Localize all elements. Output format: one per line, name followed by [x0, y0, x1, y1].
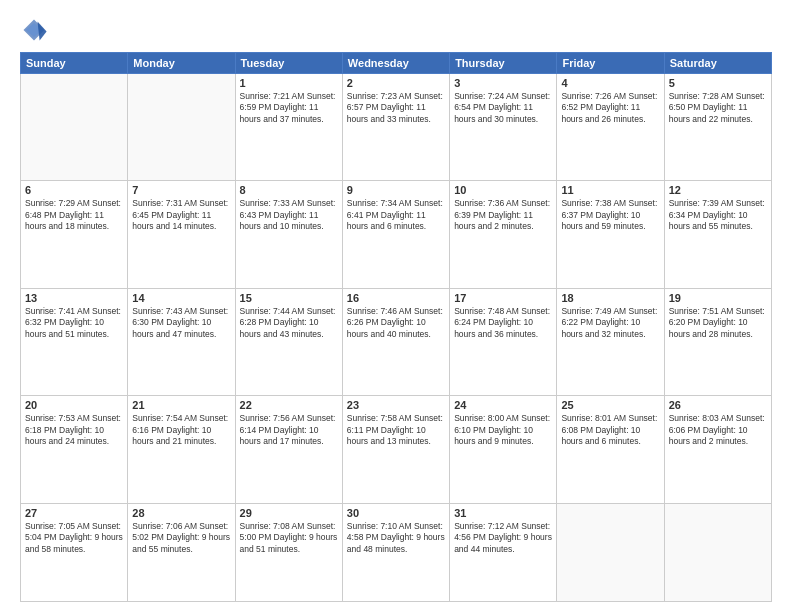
day-cell: 18Sunrise: 7:49 AM Sunset: 6:22 PM Dayli… — [557, 288, 664, 395]
day-cell: 19Sunrise: 7:51 AM Sunset: 6:20 PM Dayli… — [664, 288, 771, 395]
day-info: Sunrise: 7:06 AM Sunset: 5:02 PM Dayligh… — [132, 521, 230, 555]
day-cell: 23Sunrise: 7:58 AM Sunset: 6:11 PM Dayli… — [342, 396, 449, 503]
day-number: 18 — [561, 292, 659, 304]
weekday-header-monday: Monday — [128, 53, 235, 74]
day-cell: 2Sunrise: 7:23 AM Sunset: 6:57 PM Daylig… — [342, 74, 449, 181]
day-number: 10 — [454, 184, 552, 196]
day-info: Sunrise: 7:08 AM Sunset: 5:00 PM Dayligh… — [240, 521, 338, 555]
day-cell: 14Sunrise: 7:43 AM Sunset: 6:30 PM Dayli… — [128, 288, 235, 395]
day-number: 28 — [132, 507, 230, 519]
day-cell: 24Sunrise: 8:00 AM Sunset: 6:10 PM Dayli… — [450, 396, 557, 503]
day-cell: 11Sunrise: 7:38 AM Sunset: 6:37 PM Dayli… — [557, 181, 664, 288]
day-info: Sunrise: 7:33 AM Sunset: 6:43 PM Dayligh… — [240, 198, 338, 232]
header — [20, 16, 772, 44]
day-number: 14 — [132, 292, 230, 304]
day-info: Sunrise: 7:51 AM Sunset: 6:20 PM Dayligh… — [669, 306, 767, 340]
day-cell: 17Sunrise: 7:48 AM Sunset: 6:24 PM Dayli… — [450, 288, 557, 395]
svg-marker-2 — [38, 22, 47, 41]
day-cell: 29Sunrise: 7:08 AM Sunset: 5:00 PM Dayli… — [235, 503, 342, 601]
day-cell: 4Sunrise: 7:26 AM Sunset: 6:52 PM Daylig… — [557, 74, 664, 181]
day-info: Sunrise: 8:03 AM Sunset: 6:06 PM Dayligh… — [669, 413, 767, 447]
day-info: Sunrise: 7:43 AM Sunset: 6:30 PM Dayligh… — [132, 306, 230, 340]
day-info: Sunrise: 7:12 AM Sunset: 4:56 PM Dayligh… — [454, 521, 552, 555]
day-cell: 20Sunrise: 7:53 AM Sunset: 6:18 PM Dayli… — [21, 396, 128, 503]
week-row-5: 27Sunrise: 7:05 AM Sunset: 5:04 PM Dayli… — [21, 503, 772, 601]
weekday-header-wednesday: Wednesday — [342, 53, 449, 74]
day-cell — [128, 74, 235, 181]
day-number: 20 — [25, 399, 123, 411]
day-cell: 8Sunrise: 7:33 AM Sunset: 6:43 PM Daylig… — [235, 181, 342, 288]
weekday-header-saturday: Saturday — [664, 53, 771, 74]
day-info: Sunrise: 7:46 AM Sunset: 6:26 PM Dayligh… — [347, 306, 445, 340]
day-cell: 31Sunrise: 7:12 AM Sunset: 4:56 PM Dayli… — [450, 503, 557, 601]
day-info: Sunrise: 8:00 AM Sunset: 6:10 PM Dayligh… — [454, 413, 552, 447]
day-info: Sunrise: 7:36 AM Sunset: 6:39 PM Dayligh… — [454, 198, 552, 232]
day-number: 9 — [347, 184, 445, 196]
day-number: 17 — [454, 292, 552, 304]
day-cell: 5Sunrise: 7:28 AM Sunset: 6:50 PM Daylig… — [664, 74, 771, 181]
day-info: Sunrise: 8:01 AM Sunset: 6:08 PM Dayligh… — [561, 413, 659, 447]
day-cell: 12Sunrise: 7:39 AM Sunset: 6:34 PM Dayli… — [664, 181, 771, 288]
day-number: 27 — [25, 507, 123, 519]
day-number: 7 — [132, 184, 230, 196]
day-number: 2 — [347, 77, 445, 89]
day-info: Sunrise: 7:05 AM Sunset: 5:04 PM Dayligh… — [25, 521, 123, 555]
logo-icon — [20, 16, 48, 44]
day-cell: 22Sunrise: 7:56 AM Sunset: 6:14 PM Dayli… — [235, 396, 342, 503]
day-number: 19 — [669, 292, 767, 304]
day-number: 1 — [240, 77, 338, 89]
logo — [20, 16, 52, 44]
weekday-header-row: SundayMondayTuesdayWednesdayThursdayFrid… — [21, 53, 772, 74]
day-number: 12 — [669, 184, 767, 196]
day-info: Sunrise: 7:28 AM Sunset: 6:50 PM Dayligh… — [669, 91, 767, 125]
week-row-2: 6Sunrise: 7:29 AM Sunset: 6:48 PM Daylig… — [21, 181, 772, 288]
weekday-header-tuesday: Tuesday — [235, 53, 342, 74]
day-info: Sunrise: 7:48 AM Sunset: 6:24 PM Dayligh… — [454, 306, 552, 340]
day-cell: 13Sunrise: 7:41 AM Sunset: 6:32 PM Dayli… — [21, 288, 128, 395]
week-row-4: 20Sunrise: 7:53 AM Sunset: 6:18 PM Dayli… — [21, 396, 772, 503]
day-cell: 27Sunrise: 7:05 AM Sunset: 5:04 PM Dayli… — [21, 503, 128, 601]
day-cell — [557, 503, 664, 601]
day-info: Sunrise: 7:23 AM Sunset: 6:57 PM Dayligh… — [347, 91, 445, 125]
day-number: 26 — [669, 399, 767, 411]
day-number: 25 — [561, 399, 659, 411]
day-number: 24 — [454, 399, 552, 411]
day-number: 15 — [240, 292, 338, 304]
day-info: Sunrise: 7:26 AM Sunset: 6:52 PM Dayligh… — [561, 91, 659, 125]
day-number: 5 — [669, 77, 767, 89]
day-number: 4 — [561, 77, 659, 89]
weekday-header-friday: Friday — [557, 53, 664, 74]
day-number: 6 — [25, 184, 123, 196]
day-info: Sunrise: 7:21 AM Sunset: 6:59 PM Dayligh… — [240, 91, 338, 125]
day-cell: 15Sunrise: 7:44 AM Sunset: 6:28 PM Dayli… — [235, 288, 342, 395]
day-info: Sunrise: 7:34 AM Sunset: 6:41 PM Dayligh… — [347, 198, 445, 232]
week-row-3: 13Sunrise: 7:41 AM Sunset: 6:32 PM Dayli… — [21, 288, 772, 395]
day-cell: 10Sunrise: 7:36 AM Sunset: 6:39 PM Dayli… — [450, 181, 557, 288]
day-info: Sunrise: 7:44 AM Sunset: 6:28 PM Dayligh… — [240, 306, 338, 340]
day-number: 8 — [240, 184, 338, 196]
day-info: Sunrise: 7:53 AM Sunset: 6:18 PM Dayligh… — [25, 413, 123, 447]
day-info: Sunrise: 7:58 AM Sunset: 6:11 PM Dayligh… — [347, 413, 445, 447]
day-number: 31 — [454, 507, 552, 519]
day-info: Sunrise: 7:41 AM Sunset: 6:32 PM Dayligh… — [25, 306, 123, 340]
weekday-header-sunday: Sunday — [21, 53, 128, 74]
day-cell: 16Sunrise: 7:46 AM Sunset: 6:26 PM Dayli… — [342, 288, 449, 395]
day-number: 21 — [132, 399, 230, 411]
day-number: 29 — [240, 507, 338, 519]
day-info: Sunrise: 7:54 AM Sunset: 6:16 PM Dayligh… — [132, 413, 230, 447]
day-info: Sunrise: 7:24 AM Sunset: 6:54 PM Dayligh… — [454, 91, 552, 125]
day-info: Sunrise: 7:56 AM Sunset: 6:14 PM Dayligh… — [240, 413, 338, 447]
day-cell: 1Sunrise: 7:21 AM Sunset: 6:59 PM Daylig… — [235, 74, 342, 181]
page: SundayMondayTuesdayWednesdayThursdayFrid… — [0, 0, 792, 612]
day-number: 30 — [347, 507, 445, 519]
day-number: 3 — [454, 77, 552, 89]
day-cell: 9Sunrise: 7:34 AM Sunset: 6:41 PM Daylig… — [342, 181, 449, 288]
day-number: 11 — [561, 184, 659, 196]
weekday-header-thursday: Thursday — [450, 53, 557, 74]
day-cell: 7Sunrise: 7:31 AM Sunset: 6:45 PM Daylig… — [128, 181, 235, 288]
week-row-1: 1Sunrise: 7:21 AM Sunset: 6:59 PM Daylig… — [21, 74, 772, 181]
day-cell: 25Sunrise: 8:01 AM Sunset: 6:08 PM Dayli… — [557, 396, 664, 503]
day-cell: 3Sunrise: 7:24 AM Sunset: 6:54 PM Daylig… — [450, 74, 557, 181]
day-info: Sunrise: 7:31 AM Sunset: 6:45 PM Dayligh… — [132, 198, 230, 232]
day-cell: 30Sunrise: 7:10 AM Sunset: 4:58 PM Dayli… — [342, 503, 449, 601]
